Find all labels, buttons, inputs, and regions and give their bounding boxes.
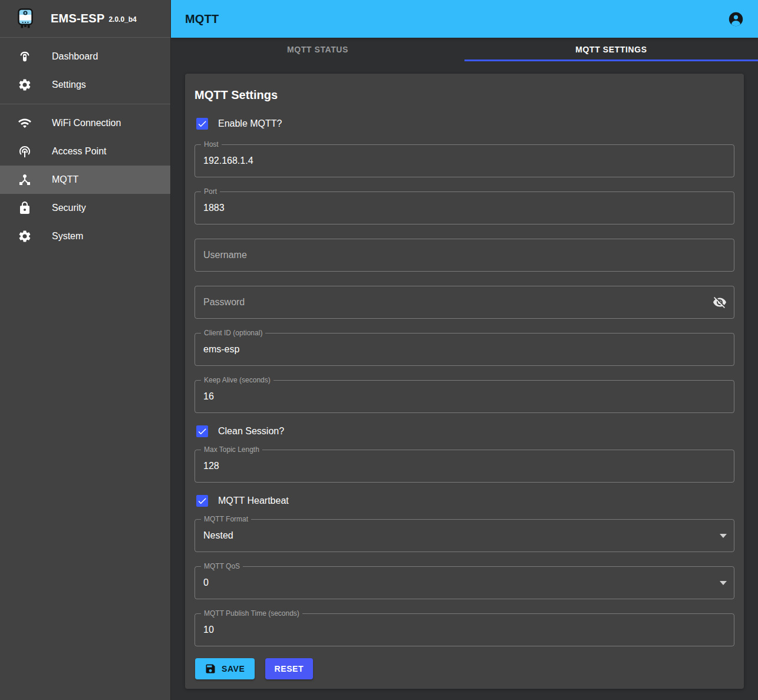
save-button-label: SAVE: [222, 664, 245, 673]
password-input[interactable]: [195, 286, 734, 318]
sidebar-item-label: Dashboard: [52, 51, 98, 62]
mqtt-settings-card: MQTT Settings Enable MQTT? Host Port: [185, 74, 744, 689]
sidebar-item-label: Access Point: [52, 146, 106, 157]
sidebar-item-security[interactable]: Security: [0, 194, 170, 222]
tab-bar: MQTT STATUS MQTT SETTINGS: [171, 38, 758, 61]
visibility-off-icon[interactable]: [713, 295, 727, 309]
gear-icon: [18, 229, 32, 243]
keep-alive-input[interactable]: [195, 381, 734, 412]
field-label: MQTT Format: [201, 515, 251, 523]
select-value: Nested: [195, 530, 233, 541]
reset-button-label: RESET: [275, 664, 304, 673]
app-version: 2.0.0_b4: [108, 15, 136, 24]
dropdown-caret-icon: [720, 534, 727, 538]
active-tab-indicator: [464, 60, 758, 61]
wifi-icon: [18, 116, 32, 130]
checkbox-checked-icon[interactable]: [196, 495, 208, 507]
checkbox-checked-icon[interactable]: [196, 425, 208, 437]
field-label: Max Topic Length: [201, 445, 262, 454]
username-field[interactable]: [195, 239, 734, 272]
account-circle-icon: [728, 11, 744, 27]
field-label: Keep Alive (seconds): [201, 376, 273, 384]
sidebar-item-label: Security: [52, 203, 86, 213]
password-field[interactable]: [195, 286, 734, 319]
card-title: MQTT Settings: [195, 87, 734, 103]
content-area: MQTT Settings Enable MQTT? Host Port: [171, 61, 758, 700]
app-title: EMS-ESP: [51, 12, 104, 25]
sidebar-header: EMS-ESP 2.0.0_b4: [0, 0, 170, 38]
account-button[interactable]: [724, 7, 747, 31]
dropdown-caret-icon: [720, 581, 727, 585]
mqtt-publish-time-input[interactable]: [195, 614, 734, 646]
form-actions: SAVE RESET: [195, 658, 734, 679]
ems-esp-logo-icon: [18, 8, 33, 29]
field-label: MQTT Publish Time (seconds): [201, 609, 302, 618]
select-value: 0: [195, 577, 209, 588]
checkbox-label: Clean Session?: [218, 426, 284, 437]
max-topic-length-input[interactable]: [195, 450, 734, 482]
sidebar-item-wifi-connection[interactable]: WiFi Connection: [0, 109, 170, 137]
mqtt-heartbeat-checkbox-row[interactable]: MQTT Heartbeat: [195, 488, 734, 513]
sidebar-item-label: Settings: [52, 80, 86, 90]
mqtt-publish-time-field[interactable]: MQTT Publish Time (seconds): [195, 613, 734, 646]
field-label: MQTT QoS: [201, 562, 243, 570]
sidebar-nav: Dashboard Settings WiFi Connection Acces…: [0, 38, 170, 250]
sidebar-item-label: System: [52, 231, 83, 242]
wifi-tethering-icon: [18, 144, 32, 159]
clean-session-checkbox-row[interactable]: Clean Session?: [195, 419, 734, 444]
tab-mqtt-status[interactable]: MQTT STATUS: [171, 38, 464, 61]
sidebar: EMS-ESP 2.0.0_b4 Dashboard Settings: [0, 0, 171, 700]
port-field[interactable]: Port: [195, 191, 734, 224]
max-topic-length-field[interactable]: Max Topic Length: [195, 450, 734, 483]
sidebar-item-label: WiFi Connection: [52, 118, 121, 128]
enable-mqtt-checkbox-row[interactable]: Enable MQTT?: [195, 111, 734, 136]
device-hub-icon: [18, 173, 32, 187]
host-input[interactable]: [195, 145, 734, 177]
sidebar-item-system[interactable]: System: [0, 222, 170, 250]
sidebar-item-dashboard[interactable]: Dashboard: [0, 42, 170, 71]
tab-mqtt-settings[interactable]: MQTT SETTINGS: [464, 38, 758, 61]
page-title: MQTT: [185, 12, 219, 26]
save-icon: [205, 663, 216, 675]
main-area: MQTT MQTT STATUS MQTT SETTINGS MQTT Sett…: [171, 0, 758, 700]
sidebar-item-mqtt[interactable]: MQTT: [0, 166, 170, 194]
gear-icon: [18, 78, 32, 92]
host-field[interactable]: Host: [195, 144, 734, 177]
sidebar-item-settings[interactable]: Settings: [0, 71, 170, 99]
mqtt-qos-select[interactable]: MQTT QoS 0: [195, 566, 734, 599]
save-button[interactable]: SAVE: [195, 658, 255, 679]
appbar: MQTT: [171, 0, 758, 38]
sidebar-item-label: MQTT: [52, 174, 78, 185]
lock-icon: [18, 201, 32, 215]
checkbox-label: MQTT Heartbeat: [218, 496, 289, 506]
field-label: Client ID (optional): [201, 329, 265, 337]
port-input[interactable]: [195, 192, 734, 224]
sidebar-divider: [0, 104, 170, 104]
keep-alive-field[interactable]: Keep Alive (seconds): [195, 380, 734, 413]
reset-button[interactable]: RESET: [265, 658, 314, 679]
field-label: Host: [201, 140, 222, 148]
client-id-input[interactable]: [195, 334, 734, 365]
sidebar-item-access-point[interactable]: Access Point: [0, 137, 170, 166]
client-id-field[interactable]: Client ID (optional): [195, 333, 734, 366]
checkbox-label: Enable MQTT?: [218, 118, 282, 129]
field-label: Port: [201, 187, 220, 196]
username-input[interactable]: [195, 239, 734, 271]
boiler-icon: [18, 49, 32, 64]
mqtt-format-select[interactable]: MQTT Format Nested: [195, 519, 734, 552]
checkbox-checked-icon[interactable]: [196, 118, 208, 130]
